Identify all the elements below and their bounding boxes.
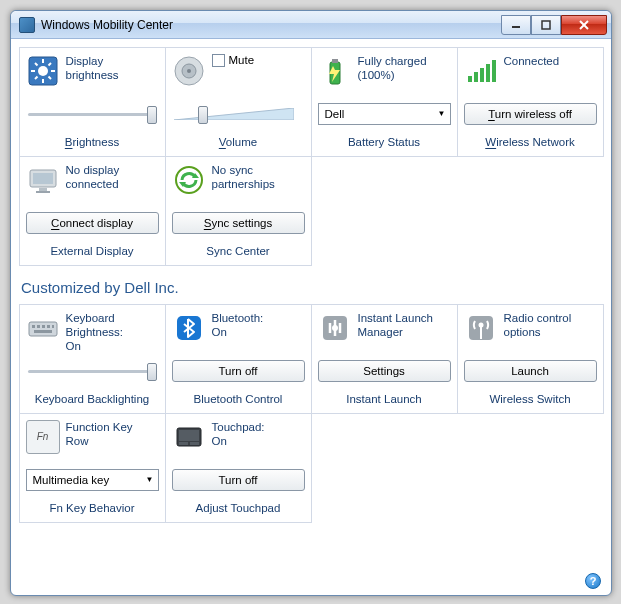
sync-settings-button[interactable]: Sync settings (172, 212, 305, 234)
connect-display-button[interactable]: Connect display (26, 212, 159, 234)
wireless-toggle-button[interactable]: Turn wireless off (464, 103, 597, 125)
svg-point-29 (176, 167, 202, 193)
brightness-slider[interactable] (26, 104, 159, 124)
wifi-bars-icon (464, 54, 498, 88)
radio-desc: Radio control options (504, 311, 597, 340)
tile-wireless: Connected Turn wireless off Wireless Net… (457, 47, 604, 157)
mute-checkbox[interactable]: Mute (212, 54, 255, 67)
speaker-icon (172, 54, 206, 88)
antenna-icon (464, 311, 498, 345)
tile-instant-launch: Instant Launch Manager Settings Instant … (311, 304, 458, 414)
instant-launch-desc: Instant Launch Manager (358, 311, 451, 340)
svg-point-41 (332, 325, 338, 331)
svg-rect-37 (52, 325, 54, 328)
svg-rect-1 (542, 21, 550, 29)
instant-launch-icon (318, 311, 352, 345)
radio-launch-button[interactable]: Launch (464, 360, 597, 382)
svg-rect-38 (34, 330, 52, 333)
close-button[interactable] (561, 15, 607, 35)
ext-display-desc: No display connected (66, 163, 159, 192)
brightness-footer: Brightness (26, 132, 159, 148)
volume-slider[interactable] (172, 104, 305, 124)
custom-section-label: Customized by Dell Inc. (21, 279, 601, 296)
svg-rect-28 (36, 191, 50, 193)
client-area: Display brightness Brightness (11, 39, 611, 595)
tile-volume: Mute Volume (165, 47, 312, 157)
svg-rect-35 (42, 325, 45, 328)
tile-brightness: Display brightness Brightness (19, 47, 166, 157)
minimize-button[interactable] (501, 15, 531, 35)
fn-key-footer: Fn Key Behavior (26, 498, 159, 514)
svg-point-16 (187, 69, 191, 73)
svg-point-43 (478, 322, 483, 327)
radio-footer: Wireless Switch (464, 389, 597, 405)
maximize-button[interactable] (531, 15, 561, 35)
monitor-icon (26, 163, 60, 197)
window-title: Windows Mobility Center (41, 18, 501, 32)
mobility-center-window: Windows Mobility Center Display brightne… (10, 10, 612, 596)
standard-tiles-grid: Display brightness Brightness (19, 47, 603, 265)
instant-launch-settings-button[interactable]: Settings (318, 360, 451, 382)
ext-display-footer: External Display (26, 241, 159, 257)
wireless-desc: Connected (504, 54, 597, 68)
touchpad-footer: Adjust Touchpad (172, 498, 305, 514)
power-plan-value: Dell (325, 108, 345, 120)
kbd-backlight-slider[interactable] (26, 361, 159, 381)
sync-footer: Sync Center (172, 241, 305, 257)
dropdown-arrow-icon: ▼ (146, 475, 154, 484)
tile-touchpad: Touchpad: On Turn off Adjust Touchpad (165, 413, 312, 523)
svg-rect-19 (332, 59, 338, 63)
app-icon (19, 17, 35, 33)
svg-rect-46 (179, 430, 199, 441)
battery-footer: Battery Status (318, 132, 451, 148)
kbd-backlight-desc: Keyboard Brightness: On (66, 311, 159, 354)
brightness-desc: Display brightness (66, 54, 159, 83)
svg-rect-34 (37, 325, 40, 328)
svg-rect-27 (39, 188, 47, 191)
help-icon[interactable]: ? (585, 573, 601, 589)
volume-footer: Volume (172, 132, 305, 148)
touchpad-icon (172, 420, 206, 454)
sync-desc: No sync partnerships (212, 163, 305, 192)
fn-key-select[interactable]: Multimedia key ▼ (26, 469, 159, 491)
battery-desc: Fully charged (100%) (358, 54, 451, 83)
svg-rect-26 (33, 173, 53, 184)
svg-rect-23 (486, 64, 490, 82)
titlebar[interactable]: Windows Mobility Center (11, 11, 611, 39)
sync-icon (172, 163, 206, 197)
kbd-backlight-footer: Keyboard Backlighting (26, 389, 159, 405)
bluetooth-desc: Bluetooth: On (212, 311, 305, 340)
tile-fn-key: Fn Function Key Row Multimedia key ▼ Fn … (19, 413, 166, 523)
dropdown-arrow-icon: ▼ (438, 109, 446, 118)
touchpad-desc: Touchpad: On (212, 420, 305, 449)
custom-tiles-grid: Keyboard Brightness: On Keyboard Backlig… (19, 304, 603, 522)
mute-label: Mute (229, 54, 255, 66)
svg-rect-21 (474, 72, 478, 82)
bluetooth-footer: Bluetooth Control (172, 389, 305, 405)
tile-bluetooth: Bluetooth: On Turn off Bluetooth Control (165, 304, 312, 414)
svg-rect-32 (29, 322, 57, 336)
bluetooth-toggle-button[interactable]: Turn off (172, 360, 305, 382)
tile-keyboard-backlight: Keyboard Brightness: On Keyboard Backlig… (19, 304, 166, 414)
svg-rect-22 (480, 68, 484, 82)
svg-point-5 (38, 66, 48, 76)
fn-key-desc: Function Key Row (66, 420, 159, 449)
tile-sync: No sync partnerships Sync settings Sync … (165, 156, 312, 266)
svg-rect-20 (468, 76, 472, 82)
fn-key-value: Multimedia key (33, 474, 110, 486)
instant-launch-footer: Instant Launch (318, 389, 451, 405)
fn-key-icon: Fn (26, 420, 60, 454)
brightness-icon (26, 54, 60, 88)
battery-icon (318, 54, 352, 88)
touchpad-toggle-button[interactable]: Turn off (172, 469, 305, 491)
svg-marker-17 (174, 108, 294, 120)
svg-rect-47 (179, 442, 188, 445)
svg-rect-48 (190, 442, 199, 445)
tile-external-display: No display connected Connect display Ext… (19, 156, 166, 266)
tile-wireless-switch: Radio control options Launch Wireless Sw… (457, 304, 604, 414)
bluetooth-icon (172, 311, 206, 345)
power-plan-select[interactable]: Dell ▼ (318, 103, 451, 125)
svg-rect-24 (492, 60, 496, 82)
keyboard-icon (26, 311, 60, 345)
svg-rect-36 (47, 325, 50, 328)
